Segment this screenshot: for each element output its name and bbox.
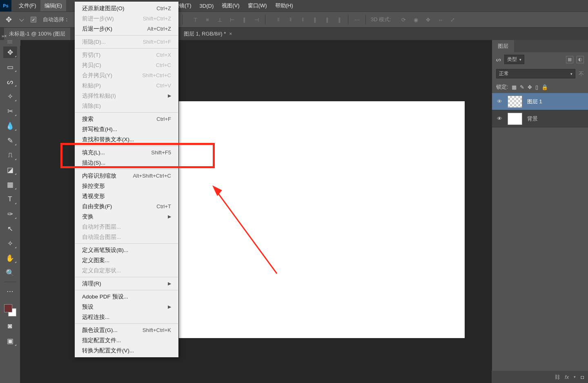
- menu-item[interactable]: 清理(R)▶: [75, 278, 178, 289]
- align-hcenter-icon[interactable]: ∥: [241, 16, 248, 23]
- align-right-icon[interactable]: ⊣: [253, 16, 260, 23]
- menu-item[interactable]: 自由变换(F)Ctrl+T: [75, 201, 178, 212]
- quick-mask-icon[interactable]: ◙: [3, 321, 17, 332]
- document-canvas[interactable]: [179, 101, 465, 338]
- blend-mode-dropdown[interactable]: 正常▾: [496, 69, 575, 78]
- document-tab-active[interactable]: 未标题-1 @ 100% (图层: [4, 28, 70, 40]
- auto-select-label: 自动选择：: [43, 16, 69, 23]
- auto-select-checkbox[interactable]: ✓: [31, 17, 36, 22]
- menu-item[interactable]: 远程连接...: [75, 312, 178, 322]
- menu-item[interactable]: 内容识别缩放Alt+Shift+Ctrl+C: [75, 171, 178, 181]
- filter-pixel-icon[interactable]: ▦: [566, 56, 573, 63]
- hand-tool[interactable]: ✋: [3, 252, 17, 264]
- path-selection-tool[interactable]: ↖: [3, 223, 17, 234]
- lock-position-icon[interactable]: ✥: [528, 84, 532, 90]
- close-tab-icon[interactable]: ×: [229, 31, 232, 37]
- layer-name[interactable]: 背景: [527, 115, 538, 122]
- layers-tab[interactable]: 图层: [492, 40, 514, 52]
- distribute-icon[interactable]: ⦀: [299, 16, 306, 23]
- menu-item[interactable]: 搜索Ctrl+F: [75, 114, 178, 124]
- move-tool-icon[interactable]: ✥: [3, 15, 14, 24]
- layers-panel: 图层 ᔕ 类型▾ ▦ ◐ 正常▾ 不 锁定: ▦ ✎ ✥ ▯ 🔒 👁 图层 1 …: [492, 40, 588, 383]
- link-layers-icon[interactable]: ⛓: [555, 374, 560, 380]
- menu-item[interactable]: 查找和替换文本(X)...: [75, 134, 178, 145]
- menu-item[interactable]: 还原新建图层(O)Ctrl+Z: [75, 3, 178, 13]
- align-vcenter-icon[interactable]: ≡: [204, 16, 211, 23]
- eyedropper-tool[interactable]: 💧: [3, 120, 17, 131]
- menu-item[interactable]: 拼写检查(H)...: [75, 124, 178, 134]
- magic-wand-tool[interactable]: ✧: [3, 91, 17, 102]
- panel-collapse-icon[interactable]: »×: [2, 33, 7, 38]
- fx-icon[interactable]: fx: [565, 374, 569, 380]
- stamp-tool[interactable]: ⎍: [3, 149, 17, 161]
- crop-tool[interactable]: ✂: [3, 105, 17, 117]
- menu-3d[interactable]: 3D(D): [196, 0, 218, 11]
- menu-item[interactable]: 转换为配置文件(V)...: [75, 345, 178, 356]
- menu-item[interactable]: 定义画笔预设(B)...: [75, 245, 178, 255]
- menu-item[interactable]: 变换▶: [75, 212, 178, 222]
- 3d-pan-icon[interactable]: ✥: [425, 16, 432, 23]
- lasso-tool[interactable]: ᔕ: [3, 76, 17, 87]
- more-tools-icon[interactable]: ⋯: [3, 285, 17, 297]
- align-bottom-icon[interactable]: ⊥: [216, 16, 223, 23]
- tool-preset-dropdown-icon[interactable]: [19, 17, 24, 21]
- align-top-icon[interactable]: ⊤: [192, 16, 199, 23]
- 3d-mode-label: 3D 模式:: [371, 16, 391, 23]
- 3d-slide-icon[interactable]: ↔: [437, 16, 444, 23]
- distribute-icon[interactable]: ⦀: [274, 16, 282, 23]
- menu-item[interactable]: 指定配置文件...: [75, 335, 178, 345]
- brush-tool[interactable]: ✎: [3, 135, 17, 146]
- eraser-tool[interactable]: ◪: [3, 164, 17, 176]
- 3d-orbit-icon[interactable]: ⟳: [400, 16, 408, 23]
- distribute-icon[interactable]: ⦀: [287, 16, 294, 23]
- pen-tool[interactable]: ✑: [3, 208, 17, 220]
- align-left-icon[interactable]: ⊢: [228, 16, 236, 23]
- mask-icon[interactable]: ◘: [581, 374, 584, 380]
- menu-item[interactable]: Adobe PDF 预设...: [75, 292, 178, 302]
- distribute-icon[interactable]: ∥: [323, 16, 331, 23]
- layer-row[interactable]: 👁 图层 1: [492, 93, 588, 110]
- layer-thumbnail[interactable]: [508, 113, 522, 125]
- menu-file[interactable]: 文件(F): [15, 0, 40, 11]
- lock-image-icon[interactable]: ✎: [520, 84, 524, 90]
- color-swatches[interactable]: [3, 303, 17, 317]
- layer-name[interactable]: 图层 1: [527, 98, 542, 105]
- layer-row[interactable]: 👁 背景: [492, 110, 588, 127]
- menu-item[interactable]: 透视变形: [75, 191, 178, 201]
- layer-thumbnail[interactable]: [508, 96, 522, 108]
- filter-adjust-icon[interactable]: ◐: [577, 56, 584, 63]
- menu-item[interactable]: 预设▶: [75, 302, 178, 312]
- move-tool[interactable]: ✥: [3, 47, 17, 58]
- distribute-icon[interactable]: ∥: [336, 16, 343, 23]
- panel-grip[interactable]: [0, 40, 20, 46]
- 3d-roll-icon[interactable]: ◉: [412, 16, 420, 23]
- menu-item-label: 自动混合图层...: [82, 234, 121, 241]
- menu-window[interactable]: 窗口(W): [244, 0, 271, 11]
- visibility-icon[interactable]: 👁: [496, 116, 503, 122]
- lock-artboard-icon[interactable]: ▯: [535, 84, 538, 90]
- menu-view[interactable]: 视图(V): [218, 0, 243, 11]
- type-tool[interactable]: T: [3, 194, 17, 205]
- visibility-icon[interactable]: 👁: [496, 98, 503, 105]
- marquee-tool[interactable]: ▭: [3, 61, 17, 73]
- zoom-tool[interactable]: 🔍: [3, 267, 17, 278]
- menu-item[interactable]: 填充(L)...Shift+F5: [75, 147, 178, 158]
- gradient-tool[interactable]: ▦: [3, 179, 17, 190]
- distribute-icon[interactable]: ∥: [311, 16, 318, 23]
- more-icon[interactable]: ⋯: [353, 16, 361, 23]
- menu-help[interactable]: 帮助(H): [271, 0, 297, 11]
- shape-tool[interactable]: ✧: [3, 238, 17, 249]
- document-tab-second[interactable]: 图层 1, RGB/8#) * ×: [179, 28, 237, 40]
- 3d-scale-icon[interactable]: ⤢: [449, 16, 457, 23]
- menu-item[interactable]: 后退一步(K)Alt+Ctrl+Z: [75, 24, 178, 34]
- menu-item[interactable]: 操控变形: [75, 181, 178, 191]
- menu-item[interactable]: 描边(S)...: [75, 158, 178, 168]
- lock-all-icon[interactable]: 🔒: [541, 84, 548, 90]
- menu-edit[interactable]: 编辑(E): [40, 0, 66, 11]
- filter-type-dropdown[interactable]: 类型▾: [504, 55, 524, 64]
- menu-item[interactable]: 定义图案...: [75, 255, 178, 265]
- screen-mode-icon[interactable]: ▣: [3, 335, 17, 347]
- menu-item[interactable]: 颜色设置(G)...Shift+Ctrl+K: [75, 325, 178, 335]
- foreground-color[interactable]: [4, 304, 12, 312]
- lock-transparency-icon[interactable]: ▦: [512, 84, 517, 90]
